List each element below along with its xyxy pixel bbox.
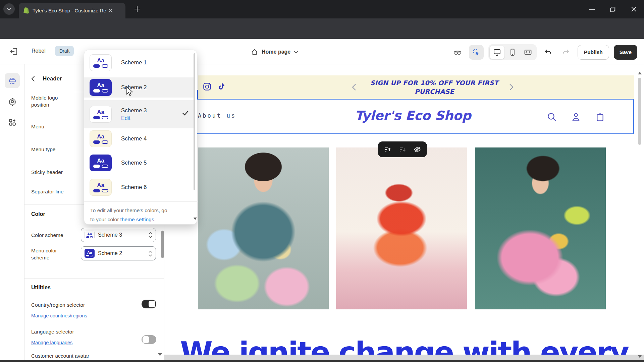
preview-scroll-up-icon[interactable] [638,72,642,74]
section-hover-toolbar [378,141,427,157]
exit-editor-button[interactable] [9,47,18,56]
window-minimize-button[interactable] [582,0,602,18]
preview-scroll-down-icon[interactable] [638,355,642,358]
sections-tab-icon[interactable] [5,73,20,88]
window-restore-button[interactable] [602,0,623,18]
scheme-3-swatch: Aa [85,231,95,239]
aa-glyph: Aa [97,158,104,164]
product-image-model-pink-bag[interactable] [475,147,606,309]
color-scheme-select[interactable]: Aa Scheme 3 [81,228,156,242]
edit-scheme-link[interactable]: Edit [121,115,147,121]
field-label-menu: Menu [31,123,44,130]
country-selector-label: Country/region selector [31,302,85,309]
scheme-6-tile: Aa [90,179,112,196]
announcement-text: SIGN UP FOR 10% OFF YOUR FIRST PURCHASE [364,79,505,96]
scheme-option-3-selected[interactable]: Aa Scheme 3 Edit [84,100,195,128]
instagram-icon[interactable] [203,82,212,91]
new-tab-button[interactable] [133,5,141,13]
store-logo[interactable]: Tyler's Eco Shop [193,108,633,123]
theme-settings-link[interactable]: theme settings. [120,217,156,222]
preview-glasses-icon[interactable] [451,45,464,60]
menu-color-scheme-value: Scheme 2 [98,250,145,256]
product-image-models-pastel-bags[interactable] [198,147,329,309]
page-selector-dropdown[interactable]: Home page [251,46,298,58]
dropdown-footer-note: To edit all your theme's colors, go to y… [84,201,198,225]
stepper-chevrons-icon[interactable] [149,232,152,238]
tiktok-icon[interactable] [217,82,226,91]
menu-color-scheme-label: Menu color scheme [31,247,68,261]
editor-icon-rail [0,64,24,362]
announcement-prev-icon[interactable] [352,83,356,91]
panel-scroll-down-icon[interactable] [158,353,162,356]
aa-glyph: Aa [97,109,104,115]
undo-button[interactable] [541,45,555,60]
publish-button[interactable]: Publish [578,45,609,60]
scheme-option-5[interactable]: Aa Scheme 5 [84,153,195,173]
aa-glyph: Aa [97,82,104,88]
search-icon[interactable] [546,112,557,122]
product-image-red-translucent-bag[interactable] [336,147,467,309]
redo-button[interactable] [559,45,573,60]
announcement-next-icon[interactable] [509,83,514,91]
aa-glyph: Aa [97,58,104,63]
announcement-bar[interactable]: SIGN UP FOR 10% OFF YOUR FIRST PURCHASE [198,75,634,99]
color-section-header: Color [31,211,45,217]
browser-tab-strip: Tyler's Eco Shop - Customize Re [0,0,644,18]
scheme-option-1[interactable]: Aa Scheme 1 [84,53,195,73]
shopify-favicon [23,7,29,14]
language-selector-toggle[interactable] [142,335,156,344]
tab-close-icon[interactable] [108,8,113,13]
scheme-2-tile: Aa [90,79,112,96]
aa-glyph: Aa [97,134,104,139]
back-chevron-icon[interactable] [31,76,35,82]
scheme-option-4[interactable]: Aa Scheme 4 [84,129,195,149]
preview-scrollbar[interactable] [638,78,641,145]
dropdown-scrollbar[interactable] [194,53,195,190]
move-section-up-icon[interactable] [384,145,392,154]
cart-icon[interactable] [595,112,605,122]
panel-scrollbar[interactable] [161,231,164,258]
scheme-2-swatch: Aa [85,249,95,258]
account-icon[interactable] [571,112,581,122]
customer-avatar-label: Customer account avatar [31,353,89,360]
inspect-cursor-tool[interactable] [469,45,484,60]
scheme-option-2[interactable]: Aa Scheme 2 [84,77,195,98]
desktop-preview-button[interactable] [490,46,504,59]
scheme-3-tile: Aa [90,106,112,123]
browser-tab[interactable]: Tyler's Eco Shop - Customize Re [19,3,125,18]
browser-nav-bar: admin.shopify.com/store/jy63jq-dc/themes… [0,18,644,39]
chevron-down-icon [294,51,298,54]
scheme-4-tile: Aa [90,130,112,147]
aa-glyph: Aa [87,232,92,236]
stepper-chevrons-icon[interactable] [149,251,152,256]
field-label-sticky-header: Sticky header [31,169,63,176]
manage-languages-link[interactable]: Manage languages [31,340,72,345]
menu-color-scheme-select[interactable]: Aa Scheme 2 [81,246,156,260]
selected-check-icon [182,110,189,116]
fullscreen-preview-button[interactable] [521,46,535,59]
theme-settings-gear-icon[interactable] [5,94,20,109]
dropdown-scroll-down-icon[interactable] [194,218,197,220]
color-scheme-label: Color scheme [31,232,63,239]
save-button[interactable]: Save [614,45,637,60]
country-selector-toggle[interactable] [142,300,156,308]
home-icon [251,48,258,56]
draft-status-badge: Draft [55,46,74,56]
tab-search-chevron-icon[interactable] [3,3,15,15]
mouse-cursor [125,86,134,97]
window-close-button[interactable] [623,0,644,18]
aa-glyph: Aa [87,251,92,254]
scheme-5-tile: Aa [90,155,112,171]
device-preview-segmented-control [488,44,537,60]
page-selector-label: Home page [262,49,290,55]
scheme-option-6[interactable]: Aa Scheme 6 [84,177,195,197]
manage-countries-link[interactable]: Manage countries/regions [31,313,87,318]
hide-section-icon[interactable] [413,145,421,154]
screenshot-root: Tyler's Eco Shop - Customize Re [0,0,644,362]
move-section-down-icon[interactable] [398,145,407,154]
tab-title: Tyler's Eco Shop - Customize Re [33,8,108,13]
window-controls [582,0,644,18]
apps-tab-icon[interactable] [5,115,20,130]
mobile-preview-button[interactable] [505,46,520,59]
store-header-section[interactable]: About us Tyler's Eco Shop [192,99,634,134]
